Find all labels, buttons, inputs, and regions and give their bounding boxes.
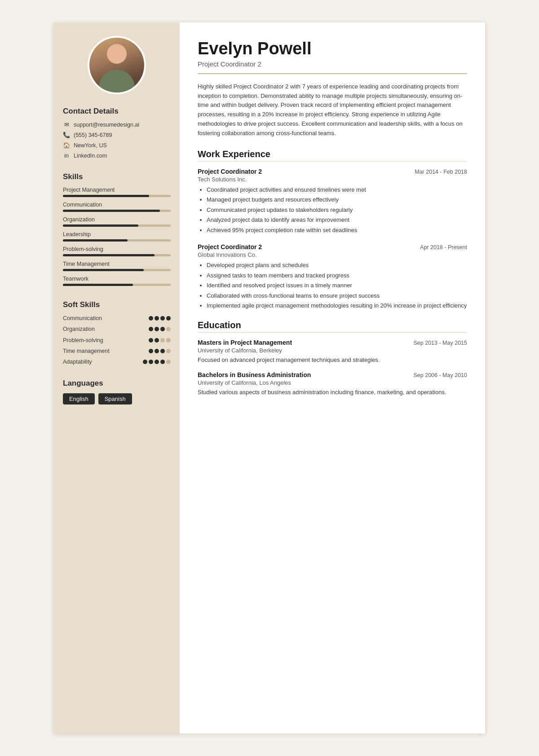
language-badge: Spanish: [98, 393, 132, 404]
edu-description: Studied various aspects of business admi…: [198, 388, 467, 397]
soft-skill-item: Communication: [63, 315, 171, 322]
company-name: Global Innovations Co.: [198, 251, 467, 258]
skill-name: Time Management: [63, 261, 171, 267]
dot: [155, 338, 159, 343]
candidate-title: Project Coordinator 2: [198, 60, 467, 68]
contact-phone: 📞 (555) 345-6789: [63, 132, 171, 138]
dot: [149, 349, 153, 353]
skills-list: Project Management Communication Organiz…: [63, 187, 171, 286]
work-experience-section: Work Experience Project Coordinator 2 Ma…: [198, 149, 467, 310]
dot: [160, 360, 165, 364]
bullet-list: Coordinated project activities and ensur…: [198, 185, 467, 235]
work-experience-block: Project Coordinator 2 Mar 2014 - Feb 201…: [198, 168, 467, 235]
edu-description: Focused on advanced project management t…: [198, 356, 467, 365]
linkedin-value: LinkedIn.com: [74, 153, 107, 159]
summary-text: Highly skilled Project Coordinator 2 wit…: [198, 82, 467, 138]
email-icon: ✉: [63, 121, 70, 128]
edu-header: Bachelors in Business Administration Sep…: [198, 371, 467, 378]
phone-value: (555) 345-6789: [74, 132, 112, 138]
sidebar: Contact Details ✉ support@resumedesign.a…: [54, 22, 180, 734]
education-section-title: Education: [198, 320, 467, 333]
email-value: support@resumedesign.ai: [74, 122, 139, 128]
contact-email: ✉ support@resumedesign.ai: [63, 121, 171, 128]
job-date: Mar 2014 - Feb 2018: [415, 169, 467, 175]
skill-name: Organization: [63, 216, 171, 223]
dots: [149, 349, 171, 353]
dots: [149, 327, 171, 331]
skill-bar-fill: [63, 239, 128, 242]
avatar-image: [89, 36, 144, 94]
skill-bar-fill: [63, 284, 133, 286]
contact-location: 🏠 NewYork, US: [63, 142, 171, 149]
skill-item: Communication: [63, 202, 171, 212]
soft-skill-item: Adaptability: [63, 358, 171, 365]
dot: [143, 360, 147, 364]
dot: [155, 327, 159, 331]
dot: [160, 327, 165, 331]
main-content: Evelyn Powell Project Coordinator 2 High…: [180, 22, 485, 734]
contact-section: Contact Details ✉ support@resumedesign.a…: [63, 107, 171, 163]
linkedin-icon: in: [63, 152, 70, 159]
soft-skill-name: Organization: [63, 325, 149, 333]
skill-bar-bg: [63, 195, 171, 197]
skill-bar-fill: [63, 269, 144, 271]
skill-bar-bg: [63, 210, 171, 212]
soft-skill-name: Adaptability: [63, 358, 143, 365]
dot: [160, 316, 165, 321]
location-icon: 🏠: [63, 142, 70, 149]
job-title: Project Coordinator 2: [198, 243, 262, 251]
school-name: University of California, Berkeley: [198, 347, 467, 354]
skill-item: Leadership: [63, 231, 171, 242]
dots: [149, 338, 171, 343]
skill-bar-fill: [63, 224, 138, 227]
dots: [149, 316, 171, 321]
languages-title: Languages: [63, 379, 171, 388]
skill-item: Teamwork: [63, 276, 171, 286]
phone-icon: 📞: [63, 132, 70, 138]
skill-bar-bg: [63, 224, 171, 227]
bullet-item: Identified and resolved project issues i…: [207, 281, 467, 290]
bullet-item: Implemented agile project management met…: [207, 301, 467, 310]
dot: [149, 316, 153, 321]
resume-container: Contact Details ✉ support@resumedesign.a…: [54, 22, 485, 734]
bullet-item: Achieved 95% project completion rate wit…: [207, 226, 467, 235]
dot: [155, 349, 159, 353]
dot: [166, 360, 171, 364]
skill-item: Project Management: [63, 187, 171, 197]
skill-item: Organization: [63, 216, 171, 227]
skill-item: Problem-solving: [63, 246, 171, 256]
job-title: Project Coordinator 2: [198, 168, 262, 175]
degree-name: Masters in Project Management: [198, 339, 292, 346]
skill-name: Communication: [63, 202, 171, 208]
languages-section: Languages EnglishSpanish: [63, 379, 171, 404]
header-divider: [198, 73, 467, 74]
dot: [155, 316, 159, 321]
dot: [149, 360, 153, 364]
exp-header: Project Coordinator 2 Mar 2014 - Feb 201…: [198, 168, 467, 175]
dot: [149, 338, 153, 343]
education-block: Masters in Project Management Sep 2013 -…: [198, 339, 467, 365]
soft-skill-item: Time management: [63, 347, 171, 355]
dots: [143, 360, 171, 364]
bullet-list: Developed project plans and schedulesAss…: [198, 261, 467, 310]
avatar: [88, 36, 146, 94]
education-list: Masters in Project Management Sep 2013 -…: [198, 339, 467, 397]
bullet-item: Assigned tasks to team members and track…: [207, 271, 467, 280]
dot: [155, 360, 159, 364]
bullet-item: Analyzed project data to identify areas …: [207, 215, 467, 224]
language-badges: EnglishSpanish: [63, 393, 171, 404]
skill-name: Teamwork: [63, 276, 171, 282]
language-badge: English: [63, 393, 95, 404]
dot: [166, 316, 171, 321]
soft-skill-name: Time management: [63, 347, 149, 355]
soft-skill-name: Problem-solving: [63, 337, 149, 344]
skill-name: Project Management: [63, 187, 171, 193]
contact-title: Contact Details: [63, 107, 171, 116]
soft-skills-list: Communication Organization Problem-solvi…: [63, 315, 171, 365]
soft-skills-section: Soft Skills Communication Organization P…: [63, 300, 171, 369]
exp-header: Project Coordinator 2 Apr 2018 - Present: [198, 243, 467, 251]
bullet-item: Communicated project updates to stakehol…: [207, 206, 467, 215]
work-list: Project Coordinator 2 Mar 2014 - Feb 201…: [198, 168, 467, 310]
skill-bar-bg: [63, 254, 171, 256]
skill-bar-bg: [63, 239, 171, 242]
